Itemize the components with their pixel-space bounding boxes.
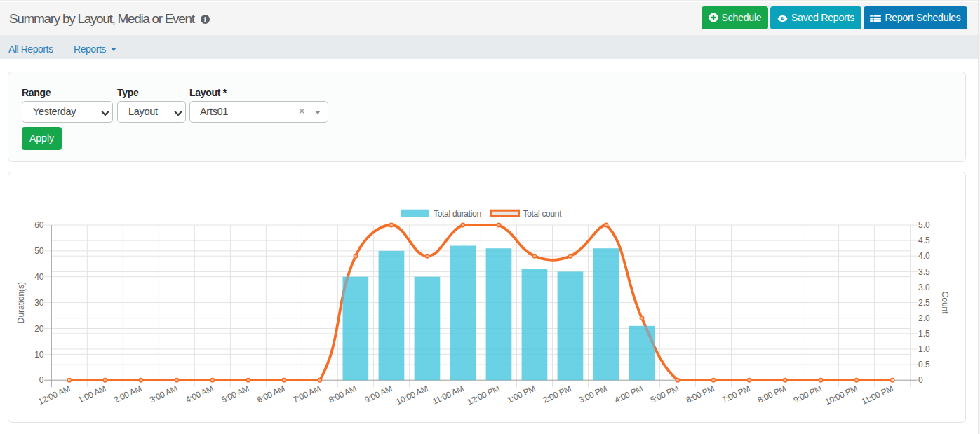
svg-text:4:00 AM: 4:00 AM: [184, 384, 215, 405]
svg-text:9:00 PM: 9:00 PM: [792, 384, 824, 405]
svg-text:5:00 PM: 5:00 PM: [649, 384, 680, 405]
svg-text:4.0: 4.0: [918, 251, 930, 261]
svg-text:20: 20: [34, 324, 44, 334]
svg-text:9:00 AM: 9:00 AM: [363, 384, 394, 405]
svg-text:50: 50: [34, 246, 44, 256]
svg-text:10: 10: [34, 350, 44, 360]
svg-text:1.0: 1.0: [918, 344, 930, 354]
svg-text:8:00 AM: 8:00 AM: [327, 384, 358, 405]
svg-text:30: 30: [34, 298, 44, 308]
svg-text:0.5: 0.5: [918, 360, 930, 369]
svg-text:12:00 AM: 12:00 AM: [36, 384, 72, 407]
svg-text:2:00 AM: 2:00 AM: [112, 384, 143, 405]
svg-text:60: 60: [34, 220, 44, 230]
svg-text:Duration(s): Duration(s): [16, 282, 26, 323]
svg-text:Count: Count: [940, 292, 950, 315]
svg-text:3.0: 3.0: [918, 283, 930, 292]
svg-text:3:00 PM: 3:00 PM: [577, 384, 609, 405]
svg-text:4.5: 4.5: [918, 236, 930, 245]
svg-text:3:00 AM: 3:00 AM: [148, 384, 179, 405]
svg-text:3.5: 3.5: [918, 267, 930, 277]
svg-text:1:00 PM: 1:00 PM: [506, 384, 537, 405]
svg-text:2:00 PM: 2:00 PM: [542, 384, 573, 405]
svg-text:10:00 PM: 10:00 PM: [824, 384, 859, 407]
svg-text:2.0: 2.0: [918, 313, 930, 323]
svg-text:1.5: 1.5: [918, 329, 930, 339]
svg-text:Total duration: Total duration: [434, 209, 481, 219]
svg-text:1:00 AM: 1:00 AM: [76, 384, 107, 405]
svg-text:0: 0: [918, 375, 923, 385]
svg-text:4:00 PM: 4:00 PM: [613, 384, 645, 405]
svg-text:8:00 PM: 8:00 PM: [756, 384, 788, 405]
svg-text:2.5: 2.5: [918, 298, 930, 308]
svg-text:11:00 AM: 11:00 AM: [431, 384, 465, 407]
svg-text:0: 0: [39, 375, 44, 385]
svg-text:7:00 AM: 7:00 AM: [291, 384, 322, 405]
svg-text:11:00 PM: 11:00 PM: [860, 384, 895, 407]
svg-text:12:00 PM: 12:00 PM: [466, 384, 502, 407]
svg-text:5:00 AM: 5:00 AM: [220, 384, 250, 405]
svg-text:Total count: Total count: [523, 209, 563, 219]
svg-text:7:00 PM: 7:00 PM: [720, 384, 752, 405]
svg-text:6:00 AM: 6:00 AM: [255, 384, 286, 405]
svg-text:5.0: 5.0: [918, 220, 930, 230]
svg-text:6:00 PM: 6:00 PM: [685, 384, 716, 405]
svg-text:10:00 AM: 10:00 AM: [394, 384, 429, 407]
svg-text:40: 40: [34, 272, 44, 282]
